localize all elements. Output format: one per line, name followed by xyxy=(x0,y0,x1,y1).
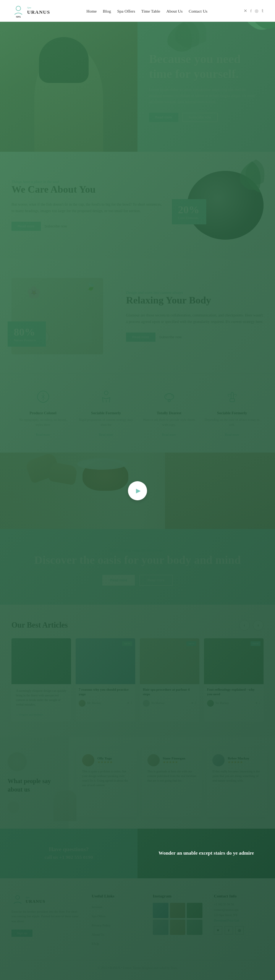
navigation: SPA Spa URANUS Home Blog Spa Offers Time… xyxy=(0,0,275,22)
social-instagram[interactable]: ◎ xyxy=(255,8,259,13)
video-play-button[interactable] xyxy=(128,481,147,500)
social-links: ✕ f ◎ 𝕥 xyxy=(244,8,264,13)
nav-about[interactable]: About Us xyxy=(166,7,182,14)
nav-spa-offers[interactable]: Spa Offers xyxy=(117,7,135,14)
nav-contact[interactable]: Contact Us xyxy=(189,7,207,14)
social-twitter[interactable]: 𝕥 xyxy=(262,8,264,13)
social-facebook[interactable]: f xyxy=(250,8,252,13)
nav-links: Home Blog Spa Offers Time Table About Us… xyxy=(86,7,207,14)
svg-point-0 xyxy=(16,6,21,11)
nav-home[interactable]: Home xyxy=(86,7,97,14)
nav-timetable[interactable]: Time Table xyxy=(141,7,160,14)
cta-section: Have questions? call us +1 902 555 0190 … xyxy=(0,829,275,878)
logo-icon: SPA xyxy=(11,4,25,18)
social-x[interactable]: ✕ xyxy=(244,8,247,13)
cta-admire-title: Wonder an unable except stairs do ye adm… xyxy=(159,850,254,857)
logo[interactable]: SPA Spa URANUS xyxy=(11,4,50,18)
nav-blog[interactable]: Blog xyxy=(103,7,111,14)
logo-spa-text: Spa xyxy=(27,6,50,9)
cta-admire-section: Wonder an unable except stairs do ye adm… xyxy=(138,829,275,878)
svg-text:SPA: SPA xyxy=(16,15,21,18)
logo-brand-name: URANUS xyxy=(27,9,50,15)
